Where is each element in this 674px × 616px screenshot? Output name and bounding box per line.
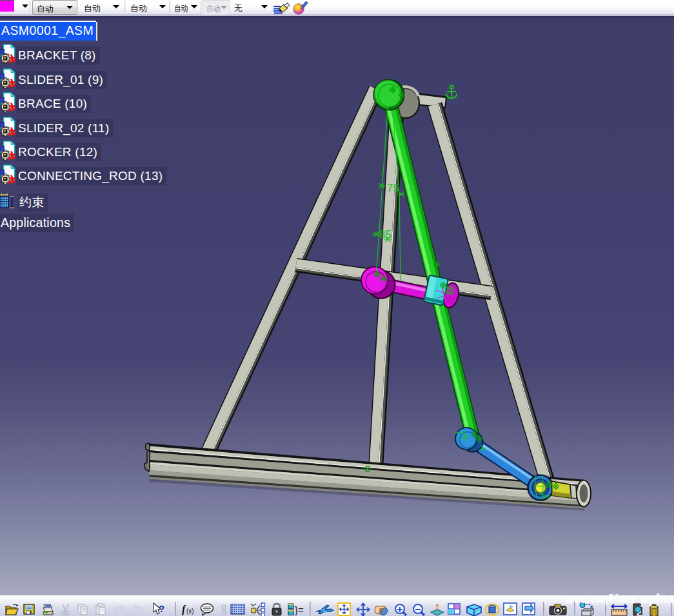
svg-text:75: 75: [387, 182, 399, 194]
svg-text:}=: }=: [295, 604, 304, 615]
svg-text:f: f: [182, 604, 186, 615]
svg-text:85: 85: [379, 228, 392, 241]
svg-text:?: ?: [159, 603, 164, 614]
svg-text:(x): (x): [186, 608, 194, 615]
